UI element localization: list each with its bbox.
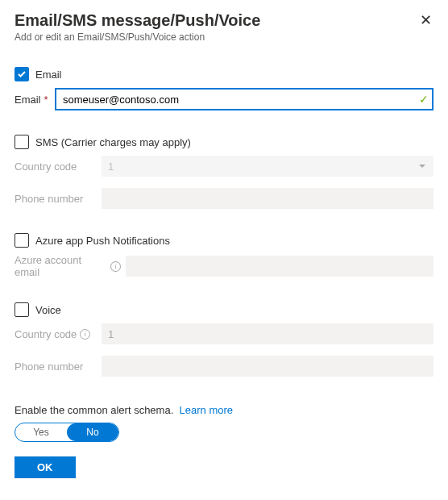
page-subtitle: Add or edit an Email/SMS/Push/Voice acti… [15, 31, 433, 43]
close-icon: ✕ [420, 12, 432, 28]
close-button[interactable]: ✕ [418, 11, 433, 29]
checkmark-icon [17, 69, 27, 79]
learn-more-link[interactable]: Learn more [180, 404, 233, 416]
push-account-label: Azure account email [15, 254, 107, 278]
page-title: Email/SMS message/Push/Voice [15, 11, 418, 30]
sms-country-code-label: Country code [15, 160, 97, 173]
toggle-yes[interactable]: Yes [15, 423, 67, 441]
info-icon[interactable]: i [110, 261, 121, 272]
sms-checkbox-label: SMS (Carrier charges may apply) [35, 136, 191, 148]
info-icon[interactable]: i [80, 329, 90, 340]
sms-country-code-select[interactable]: 1 [102, 156, 433, 177]
push-account-input[interactable] [126, 256, 433, 277]
voice-country-code-input[interactable] [102, 323, 433, 344]
schema-text: Enable the common alert schema. [15, 404, 173, 416]
sms-checkbox[interactable] [15, 135, 29, 149]
email-input[interactable] [55, 88, 433, 110]
voice-checkbox-label: Voice [35, 304, 61, 316]
toggle-no[interactable]: No [67, 423, 118, 441]
schema-toggle[interactable]: Yes No [15, 423, 119, 442]
push-checkbox[interactable] [15, 233, 29, 248]
ok-button[interactable]: OK [15, 456, 76, 478]
email-checkbox[interactable] [15, 67, 29, 81]
push-checkbox-label: Azure app Push Notifications [35, 235, 170, 247]
voice-phone-label: Phone number [15, 360, 97, 373]
voice-phone-input[interactable] [102, 356, 433, 377]
sms-phone-input[interactable] [102, 188, 433, 209]
voice-checkbox[interactable] [15, 302, 29, 317]
email-checkbox-label: Email [35, 69, 62, 81]
valid-icon: ✓ [419, 93, 429, 106]
sms-phone-label: Phone number [15, 193, 97, 205]
email-field-label: Email [15, 94, 41, 106]
voice-country-code-label: Country code [15, 328, 77, 340]
required-indicator: * [44, 94, 48, 106]
